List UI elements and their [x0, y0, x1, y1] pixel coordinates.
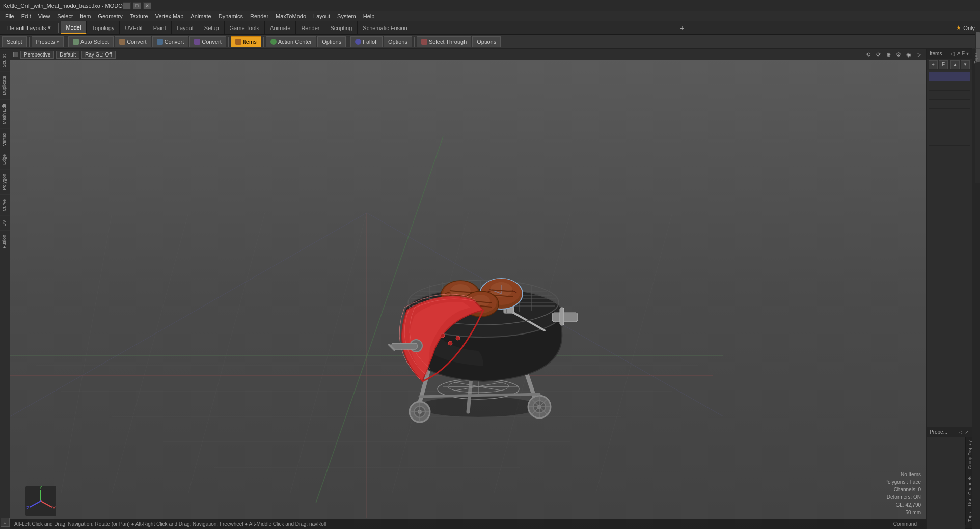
layout-tab-render[interactable]: Render: [296, 21, 325, 34]
command-label[interactable]: Command: [893, 521, 922, 527]
stats-gl: GL: 42,790: [884, 501, 921, 509]
items-add-btn[interactable]: +: [929, 60, 938, 69]
menu-item-render[interactable]: Render: [247, 13, 271, 20]
list-item[interactable]: [929, 118, 970, 127]
menu-item-layout[interactable]: Layout: [310, 13, 333, 20]
menu-item-file[interactable]: File: [2, 13, 17, 20]
convert2-button[interactable]: Convert: [152, 36, 189, 47]
layout-tab-paint[interactable]: Paint: [148, 21, 172, 34]
presets-button[interactable]: Presets ▾: [32, 36, 64, 47]
layout-tab-topology[interactable]: Topology: [87, 21, 120, 34]
menu-item-select[interactable]: Select: [54, 13, 76, 20]
items-scroll-up[interactable]: ▲: [950, 60, 960, 69]
sidebar-circle-btn[interactable]: ○: [1, 518, 10, 527]
list-item[interactable]: [929, 81, 970, 91]
convert3-button[interactable]: Convert: [189, 36, 226, 47]
convert1-button[interactable]: Convert: [115, 36, 151, 47]
sidebar-item-uv[interactable]: UV: [0, 215, 10, 231]
layout-add-tab[interactable]: +: [676, 21, 688, 34]
menu-item-maxtomodo[interactable]: MaxToModo: [273, 13, 309, 20]
menu-item-texture[interactable]: Texture: [127, 13, 151, 20]
menu-item-geometry[interactable]: Geometry: [95, 13, 125, 20]
layout-tab-schematic-fusion[interactable]: Schematic Fusion: [358, 21, 413, 34]
items-panel-expand[interactable]: ↗: [956, 51, 960, 57]
viewport-icon-zoom[interactable]: ⊕: [884, 50, 892, 59]
menu-item-view[interactable]: View: [35, 13, 53, 20]
viewport-area[interactable]: Perspective Default Ray GL: Off ⟲ ⟳ ⊕ ⚙ …: [10, 49, 926, 529]
menu-item-item[interactable]: Item: [77, 13, 94, 20]
minimize-button[interactable]: _: [123, 2, 131, 9]
list-item[interactable]: [929, 91, 970, 100]
layout-default[interactable]: Default Layouts ▾: [2, 21, 56, 34]
sidebar-item-sculpt[interactable]: Sculpt: [0, 50, 10, 71]
list-item[interactable]: [929, 127, 970, 136]
items-panel-menu[interactable]: ▾: [966, 51, 969, 57]
menu-item-help[interactable]: Help: [360, 13, 378, 20]
svg-text:Y: Y: [39, 486, 42, 490]
svg-rect-46: [560, 308, 564, 325]
viewport-shading[interactable]: Default: [56, 51, 79, 59]
title-bar-controls: _ □ ✕: [123, 2, 151, 9]
menu-item-dynamics[interactable]: Dynamics: [215, 13, 246, 20]
tab-user-channels[interactable]: User Channels: [965, 472, 972, 509]
items-scroll-down[interactable]: ▼: [961, 60, 970, 69]
viewport-collapse-btn[interactable]: [13, 52, 18, 57]
close-button[interactable]: ✕: [143, 2, 151, 9]
list-item[interactable]: [929, 109, 970, 118]
tab-tags[interactable]: Tags: [965, 509, 972, 525]
sculpt-button[interactable]: Sculpt: [2, 36, 27, 47]
falloff-icon: [355, 39, 361, 45]
layout-tab-animate[interactable]: Animate: [265, 21, 296, 34]
maximize-button[interactable]: □: [133, 2, 141, 9]
properties-panel-icons: ◁ ↗: [959, 429, 969, 435]
scene-canvas[interactable]: X Y Z No Items Polygons : Face Channels:…: [10, 60, 926, 529]
toolbar-sep-2: [66, 37, 66, 47]
viewport-icon-refresh[interactable]: ⟳: [874, 50, 882, 59]
options3-button[interactable]: Options: [472, 36, 501, 47]
items-button[interactable]: Items: [231, 36, 261, 47]
list-item[interactable]: [929, 72, 970, 81]
sidebar-item-curve[interactable]: Curve: [0, 194, 10, 215]
stats-deformers: Deformers: ON: [884, 493, 921, 501]
viewport-perspective[interactable]: Perspective: [20, 51, 54, 59]
menu-item-system[interactable]: System: [334, 13, 359, 20]
viewport-icon-reset[interactable]: ⟲: [864, 50, 872, 59]
falloff-button[interactable]: Falloff: [350, 36, 383, 47]
list-item[interactable]: [929, 100, 970, 109]
layout-tab-game-tools[interactable]: Game Tools: [225, 21, 265, 34]
menu-item-vertex-map[interactable]: Vertex Map: [152, 13, 187, 20]
options2-button[interactable]: Options: [384, 36, 412, 47]
sidebar-item-vertex[interactable]: Vertex: [0, 128, 10, 150]
viewport-icon-play[interactable]: ▷: [915, 50, 923, 59]
items-panel-collapse[interactable]: ◁: [950, 51, 955, 57]
menu-item-animate[interactable]: Animate: [187, 13, 214, 20]
options1-button[interactable]: Options: [317, 36, 346, 47]
convert3-label: Convert: [202, 39, 222, 45]
list-item[interactable]: [929, 136, 970, 146]
viewport-icon-view[interactable]: ◉: [905, 50, 913, 59]
select-through-button[interactable]: Select Through: [417, 36, 471, 47]
far-tab-1[interactable]: Topo: [972, 49, 980, 68]
layout-tab-uvedit[interactable]: UVEdit: [120, 21, 148, 34]
menu-item-edit[interactable]: Edit: [18, 13, 34, 20]
items-filter-btn[interactable]: F: [939, 60, 948, 69]
auto-select-button[interactable]: Auto Select: [68, 36, 114, 47]
sidebar-item-edge[interactable]: Edge: [0, 150, 10, 169]
viewport-raygl[interactable]: Ray GL: Off: [81, 51, 116, 59]
items-panel-filter[interactable]: F: [962, 51, 965, 57]
properties-expand[interactable]: ↗: [965, 429, 969, 435]
layout-dropdown-icon[interactable]: ▾: [48, 24, 51, 31]
layout-tab-model[interactable]: Model: [61, 21, 87, 34]
properties-collapse[interactable]: ◁: [959, 429, 963, 435]
tab-group-display[interactable]: Group Display: [965, 437, 972, 472]
sidebar-item-fusion[interactable]: Fusion: [0, 230, 10, 253]
layout-tab-setup[interactable]: Setup: [199, 21, 225, 34]
svg-line-42: [420, 394, 539, 397]
layout-tab-layout[interactable]: Layout: [172, 21, 199, 34]
sidebar-item-mesh-edit[interactable]: Mesh Edit: [0, 99, 10, 128]
sidebar-item-duplicate[interactable]: Duplicate: [0, 71, 10, 99]
layout-tab-scripting[interactable]: Scripting: [325, 21, 358, 34]
action-center-button[interactable]: Action Center: [266, 36, 317, 47]
sidebar-item-polygon[interactable]: Polygon: [0, 169, 10, 194]
viewport-icon-settings[interactable]: ⚙: [894, 50, 903, 59]
